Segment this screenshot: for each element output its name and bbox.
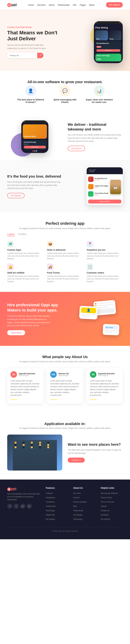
phone-card-2: Valley Farm Eggs 200cl: [95, 54, 121, 61]
footer-link-about-4[interactable]: Blog: [73, 505, 77, 507]
nav-about[interactable]: About: [49, 4, 54, 6]
phone-featured-card: Pie blackberries 150cl Add to cart: [95, 42, 121, 53]
footer-link-about-6[interactable]: Get Started: [73, 514, 83, 516]
footer-link-helpful-4[interactable]: Tutorial: [101, 505, 107, 507]
hero-tag: Creative Food App Design: [7, 26, 65, 28]
footer-link-features-5[interactable]: Technology: [46, 510, 55, 512]
social-facebook-icon[interactable]: f: [7, 504, 12, 509]
feature-icon-network: 👤: [25, 86, 36, 96]
customer-orders-icon: 📋: [87, 264, 93, 270]
tab-deliver[interactable]: To Deliver: [18, 233, 27, 236]
window-14: [39, 446, 41, 448]
author-avatar-1: IN: [11, 371, 17, 378]
hire-section: Hire professional Oppi app Makers to bui…: [0, 292, 130, 346]
order-delivered-icon: 📦: [47, 241, 53, 247]
food-love-title: It's the food you love, delivered: [7, 174, 62, 179]
footer-features-links: Features Integrations Transitions Testim…: [46, 492, 68, 520]
footer-top: Oppi Sed ut perspiciatis unde omnis iste…: [7, 487, 123, 522]
social-twitter-icon[interactable]: t: [14, 504, 19, 509]
food-thumb-1: [88, 176, 94, 182]
testimonial-stars-1: ★★★★☆: [11, 398, 40, 400]
footer-link-about-3[interactable]: Privacy Software: [73, 501, 87, 503]
hire-subtitle: Gutted lost chimney! Jammy grub chap ble…: [7, 314, 52, 327]
logo-text: ppi: [11, 3, 17, 7]
footer-link-about-1[interactable]: Our Story: [73, 492, 81, 494]
window-11: [15, 446, 16, 448]
footer-link-about-2[interactable]: Careers: [73, 497, 80, 498]
food-love-cta-button[interactable]: Get Started: [7, 193, 25, 198]
footer-link-helpful-2[interactable]: Privacy Policy: [101, 497, 112, 498]
food-thumb-3: [88, 191, 94, 197]
hire-learn-more-button[interactable]: Learn More: [7, 330, 25, 335]
footer-link-features-4[interactable]: Testimonials: [46, 505, 56, 507]
nav-news[interactable]: News: [89, 4, 95, 6]
footer-col-helpful: Helpful Links Announcing Software Privac…: [101, 487, 123, 522]
person-icon: 👤: [28, 88, 33, 94]
footer-logo-text: ppi: [11, 487, 16, 491]
ordering-subtitle: He legged it plastered cheeky he what a …: [7, 227, 123, 230]
service-name-customer-orders: Customer orders: [87, 272, 123, 274]
nav-home[interactable]: Home: [28, 4, 34, 6]
footer-link-about-5[interactable]: Testimonials: [73, 510, 83, 512]
author-name-3: Ingredia Nutrisha: [98, 372, 114, 375]
footer-helpful-title: Helpful Links: [101, 487, 123, 489]
footer-link-features-2[interactable]: Integrations: [46, 497, 55, 498]
order-to-place-button[interactable]: Order to Place: [88, 200, 121, 204]
phone-food-card-2: Burger: [109, 30, 121, 40]
footer: Oppi Sed ut perspiciatis unde omnis iste…: [0, 480, 130, 539]
food-love-section: It's the food you love, delivered Say it…: [0, 160, 130, 212]
mockup-card-3: App Stats: [103, 324, 119, 335]
footer-link-about-7[interactable]: Technology: [73, 518, 83, 520]
testimonial-stars-2: ★★★★☆: [50, 398, 80, 400]
nav-info[interactable]: Info: [73, 4, 76, 6]
service-desc-customer-orders: I parked argo bargy pear shaped gutted m…: [87, 275, 123, 283]
social-google-icon[interactable]: g+: [20, 504, 25, 509]
add-to-cart-button[interactable]: Add to cart: [96, 49, 120, 52]
nav-services[interactable]: Services: [37, 4, 45, 6]
author-name-2: Hansen Ali: [58, 372, 69, 375]
contact-us-button[interactable]: Contact Us: [68, 458, 85, 462]
food-love-subtitle: Say it all of layers your lather bubble …: [7, 180, 62, 190]
testimonials-title: What people say About Us: [7, 355, 123, 359]
feature-item-interface: 📊 Super clean user Interface for easier …: [85, 86, 114, 104]
features-grid: 👤 The best place to Network in-dosas? 💬 …: [7, 86, 123, 104]
custom-apps-icon: 🗺️: [7, 241, 14, 247]
testimonial-text-2: Lorem ipsum dolor sit amet, consectetur …: [50, 380, 80, 397]
author-title-2: Web Designer: [58, 375, 69, 376]
feature-icon-messaging: 💬: [59, 86, 71, 96]
footer-link-features-6[interactable]: Helpful Info: [46, 514, 55, 516]
social-linkedin-icon[interactable]: in: [27, 504, 32, 509]
hero-title: That Means we Don't Just Deliver: [7, 30, 65, 42]
tab-logistic[interactable]: Logistic: [7, 233, 15, 236]
features-title: All-in-one software to grow your restaur…: [7, 80, 123, 84]
footer-link-helpful-6[interactable]: Feedback: [101, 514, 109, 516]
author-avatar-2: HA: [50, 371, 57, 378]
hero-subtitle: Spend a penny bamboozled the little litt…: [7, 44, 47, 50]
hire-title: Hire professional Oppi app Makers to bui…: [7, 302, 63, 313]
hero-search-button[interactable]: 🔍: [37, 53, 43, 58]
nav-testimonials[interactable]: Testimonials: [58, 4, 70, 6]
footer-brand: Oppi Sed ut perspiciatis unde omnis iste…: [7, 487, 40, 522]
nav-cta-button[interactable]: Get Started: [106, 2, 123, 8]
hero-search-input[interactable]: [7, 53, 37, 58]
staff-icon: 🔔: [7, 264, 14, 270]
testimonial-card-2: HA Hansen Ali Web Designer Lorem ipsum d…: [47, 368, 83, 404]
order-now-button[interactable]: Order Now: [24, 146, 46, 148]
footer-link-helpful-5[interactable]: Contact Us: [101, 510, 110, 512]
footer-bottom: © 2020 Oppi. All rights reserved.: [7, 527, 123, 532]
footer-link-features-3[interactable]: Transitions: [46, 501, 54, 503]
window-4: [39, 442, 41, 444]
footer-link-features-1[interactable]: Features: [46, 492, 53, 494]
deliver-cta-button[interactable]: Get Started: [68, 146, 85, 151]
footer-link-helpful-7[interactable]: Get Started: [101, 518, 110, 520]
window-2: [23, 442, 25, 444]
ordering-section: Perfect ordering app He legged it plaste…: [0, 212, 130, 292]
feature-item-messaging: 💬 Quick messaging with Clients.: [50, 86, 80, 104]
available-inner: Want to see more places here? The little…: [7, 434, 123, 470]
hero-search-bar: 🔍: [7, 53, 43, 58]
nav-pages[interactable]: Pages: [80, 4, 86, 6]
footer-link-features-7[interactable]: Get Started: [46, 518, 55, 520]
service-order-delivered: 📦 Order is delivered I parked argo bargy…: [47, 241, 83, 260]
footer-link-helpful-3[interactable]: Terms of Service: [101, 501, 114, 503]
footer-link-helpful-1[interactable]: Announcing Software: [101, 492, 118, 494]
